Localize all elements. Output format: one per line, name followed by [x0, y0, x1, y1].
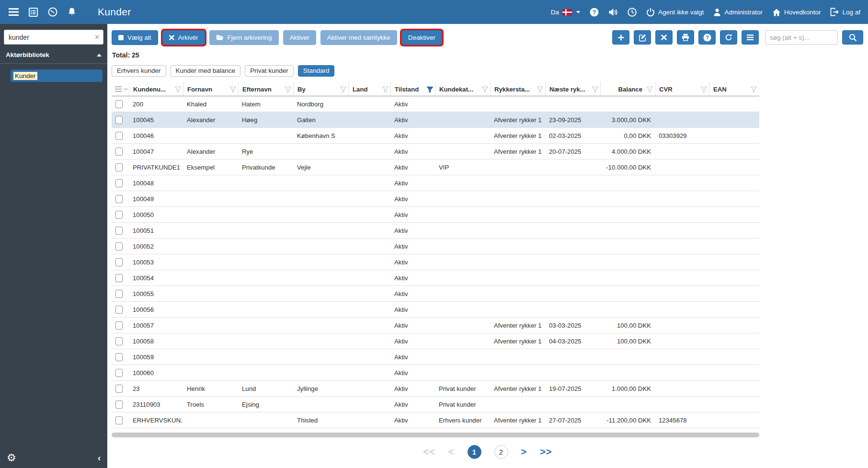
- table-row[interactable]: 100050Aktiv: [112, 207, 759, 223]
- table-row[interactable]: 100051Aktiv: [112, 223, 759, 239]
- sidebar-section-aktorbibliotek[interactable]: Aktørbibliotek: [0, 45, 107, 64]
- row-checkbox[interactable]: [115, 195, 123, 203]
- filter-chip-erhvers-kunder[interactable]: Erhvers kunder: [112, 65, 166, 77]
- row-checkbox[interactable]: [115, 211, 123, 219]
- header-cell-cvr[interactable]: CVR: [655, 82, 709, 96]
- next-page-button[interactable]: >: [521, 446, 527, 457]
- table-row[interactable]: 100052Aktiv: [112, 239, 759, 254]
- unarchive-button[interactable]: Fjern arkivering: [209, 30, 279, 45]
- row-checkbox[interactable]: [115, 227, 123, 235]
- notifications-bell-icon[interactable]: [68, 7, 76, 17]
- row-checkbox[interactable]: [115, 100, 123, 108]
- archive-button[interactable]: Arkivér: [162, 30, 205, 45]
- header-cell-by[interactable]: By: [293, 82, 348, 96]
- filter-funnel-icon[interactable]: [285, 86, 292, 93]
- row-checkbox[interactable]: [115, 163, 123, 171]
- filter-funnel-icon[interactable]: [481, 86, 489, 93]
- table-row[interactable]: PRIVATKUNDE1EksempelPrivatkundeVejleAkti…: [112, 160, 759, 175]
- language-selector[interactable]: Da: [551, 9, 580, 16]
- clear-search-icon[interactable]: ✕: [94, 34, 100, 41]
- row-checkbox[interactable]: [115, 306, 123, 314]
- table-row[interactable]: 100058AktivAfventer rykker 104-03-202510…: [112, 333, 759, 349]
- table-row[interactable]: 100045AlexanderHøegGaltenAktivAfventer r…: [112, 112, 759, 128]
- select-all-button[interactable]: Vælg alt: [112, 30, 158, 45]
- row-checkbox[interactable]: [115, 353, 123, 361]
- filter-chip-standard[interactable]: Standard: [298, 65, 335, 77]
- table-row[interactable]: 100048Aktiv: [112, 175, 759, 191]
- user-menu[interactable]: Administrator: [713, 8, 763, 16]
- header-cell-kundekat[interactable]: Kundekat...: [435, 82, 490, 96]
- filter-funnel-icon[interactable]: [750, 86, 757, 93]
- header-cell-land[interactable]: Land: [348, 82, 390, 96]
- row-checkbox[interactable]: [115, 242, 123, 251]
- page-number-1[interactable]: 1: [468, 445, 481, 459]
- delete-button[interactable]: [655, 30, 673, 45]
- previous-page-button[interactable]: <: [448, 446, 455, 457]
- first-page-button[interactable]: <<: [423, 446, 435, 457]
- row-checkbox[interactable]: [115, 179, 123, 187]
- header-cell-tilstand[interactable]: Tilstand: [390, 82, 435, 96]
- row-checkbox[interactable]: [115, 400, 123, 409]
- table-row[interactable]: 100060Aktiv: [112, 365, 759, 381]
- header-cell-fornavn[interactable]: Fornavn: [183, 82, 238, 96]
- filter-funnel-icon[interactable]: [537, 86, 544, 93]
- header-cell-ean[interactable]: EAN: [709, 82, 759, 96]
- filter-funnel-icon[interactable]: [592, 86, 599, 93]
- table-row[interactable]: 100054Aktiv: [112, 270, 759, 286]
- column-menu-button[interactable]: [742, 30, 759, 45]
- table-row[interactable]: 200KhaledHatemNordborgAktiv: [112, 96, 759, 112]
- table-search-input[interactable]: [765, 30, 838, 45]
- row-checkbox[interactable]: [115, 369, 123, 377]
- list-panel-icon[interactable]: [29, 8, 38, 17]
- header-cell-balance[interactable]: Balance: [600, 82, 655, 96]
- dashboard-gauge-icon[interactable]: [48, 7, 57, 17]
- header-cell-rykkersta[interactable]: Rykkersta...: [490, 82, 545, 96]
- filter-funnel-icon[interactable]: [229, 86, 237, 93]
- sidebar-item-kunder[interactable]: Kunder: [11, 69, 103, 82]
- help-button[interactable]: ?: [590, 8, 599, 17]
- table-row[interactable]: 100059Aktiv: [112, 349, 759, 365]
- filter-funnel-icon[interactable]: [340, 86, 347, 93]
- row-selector-menu[interactable]: [112, 82, 129, 96]
- activate-button[interactable]: Aktiver: [283, 30, 316, 45]
- sidebar-collapse-icon[interactable]: ‹: [98, 454, 101, 462]
- table-row[interactable]: 23110903TroelsEjsingAktivPrivat kunder: [112, 397, 759, 412]
- activate-with-consent-button[interactable]: Aktiver med samtykke: [320, 30, 397, 45]
- page-number-2[interactable]: 2: [494, 445, 508, 459]
- settings-gear-icon[interactable]: ⚙: [7, 453, 16, 463]
- filter-funnel-icon[interactable]: [700, 86, 708, 93]
- print-button[interactable]: [677, 30, 694, 45]
- table-row[interactable]: 100055Aktiv: [112, 286, 759, 302]
- row-checkbox[interactable]: [115, 385, 123, 393]
- table-row[interactable]: 100056Aktiv: [112, 302, 759, 318]
- deactivate-button[interactable]: Deaktiver: [401, 30, 442, 45]
- table-row[interactable]: 100053Aktiv: [112, 254, 759, 270]
- add-button[interactable]: [612, 30, 629, 45]
- last-page-button[interactable]: >>: [540, 446, 552, 457]
- filter-funnel-icon[interactable]: [646, 86, 653, 93]
- horizontal-scrollbar[interactable]: [112, 433, 759, 437]
- header-cell-kundenu[interactable]: Kundenu...: [129, 82, 183, 96]
- row-checkbox[interactable]: [115, 148, 123, 156]
- sidebar-search-input[interactable]: [4, 30, 103, 45]
- row-checkbox[interactable]: [115, 132, 123, 140]
- office-menu[interactable]: Hovedkontor: [772, 8, 821, 16]
- row-checkbox[interactable]: [115, 116, 123, 124]
- table-row[interactable]: 100047AlexanderRyeAktivAfventer rykker 1…: [112, 144, 759, 160]
- agent-selector[interactable]: Agent ikke valgt: [646, 8, 704, 17]
- table-row[interactable]: 100049Aktiv: [112, 191, 759, 207]
- row-checkbox[interactable]: [115, 290, 123, 298]
- hamburger-menu-icon[interactable]: [9, 8, 19, 16]
- announcements-button[interactable]: [608, 8, 618, 16]
- row-checkbox[interactable]: [115, 416, 123, 424]
- edit-button[interactable]: [634, 30, 651, 45]
- filter-funnel-icon[interactable]: [382, 86, 389, 93]
- row-checkbox[interactable]: [115, 274, 123, 282]
- row-checkbox[interactable]: [115, 321, 123, 330]
- filter-funnel-icon[interactable]: [426, 86, 434, 93]
- table-row[interactable]: ERHVERVSKUN...ThistedAktivErhvers kunder…: [112, 412, 759, 428]
- refresh-button[interactable]: [720, 30, 737, 45]
- row-checkbox[interactable]: [115, 337, 123, 345]
- filter-chip-kunder-med-balance[interactable]: Kunder med balance: [171, 65, 241, 77]
- logout-button[interactable]: Log af: [830, 8, 860, 16]
